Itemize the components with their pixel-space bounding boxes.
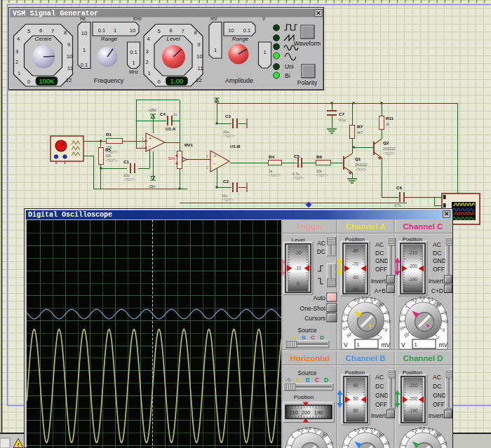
svg-text:V: V [401,341,405,348]
svg-text:<TEXT>: <TEXT> [383,152,395,156]
svg-text:D: D [320,334,324,341]
svg-text:MHz: MHz [129,69,138,74]
svg-text:Auto: Auto [314,294,326,301]
svg-text:Position: Position [345,236,365,243]
svg-text:-190: -190 [409,408,418,413]
svg-text:2: 2 [206,166,208,170]
svg-text:60: 60 [353,408,358,413]
svg-text:Position: Position [294,394,314,400]
svg-text:-15V: -15V [148,184,156,189]
svg-text:50: 50 [353,396,358,401]
svg-text:2k: 2k [386,122,390,126]
svg-text:0.5: 0.5 [354,428,361,433]
svg-text:Level: Level [166,36,180,42]
svg-text:10: 10 [81,30,87,36]
svg-text:10k: 10k [316,169,323,173]
svg-text:Trigger: Trigger [296,222,324,231]
svg-text:Invert: Invert [429,278,444,285]
svg-text:4.7u: 4.7u [292,172,300,176]
svg-text:1: 1 [18,70,20,76]
svg-text:Amplitude: Amplitude [225,77,253,84]
svg-text:B: B [302,334,306,341]
svg-text:Source: Source [298,369,317,376]
svg-text:4.7u: 4.7u [394,203,401,208]
svg-text:4: 4 [17,36,20,42]
svg-text:OFF: OFF [433,401,445,408]
svg-text:0.2: 0.2 [362,296,368,300]
svg-text:10: 10 [67,53,72,60]
svg-text:-80: -80 [352,248,359,253]
svg-text:<TEXT>: <TEXT> [269,174,281,177]
svg-text:R6: R6 [316,154,322,159]
svg-text:GND: GND [375,257,389,264]
svg-text:D: D [324,376,328,383]
svg-text:-50: -50 [352,287,359,292]
svg-text:210: 210 [289,409,298,416]
svg-text:100K: 100K [39,77,55,85]
svg-text:Position: Position [403,236,422,243]
svg-text:0.5: 0.5 [354,297,361,302]
svg-text:10: 10 [196,53,202,60]
svg-text:C7: C7 [339,111,344,116]
svg-text:Uni: Uni [285,63,294,70]
svg-text:3: 3 [15,48,18,55]
svg-text:1: 1 [357,341,360,348]
svg-text:+15V: +15V [148,108,156,112]
svg-text:GND: GND [375,392,389,399]
svg-text:4: 4 [147,36,149,42]
svg-text:KHz: KHz [133,16,142,21]
svg-text:1u: 1u [173,112,177,116]
svg-text:1: 1 [114,27,116,34]
svg-text:2N2222: 2N2222 [383,147,396,151]
svg-text:AC: AC [375,241,384,248]
svg-text:Invert: Invert [371,278,386,285]
svg-text:C+D: C+D [431,287,443,294]
svg-text:-200: -200 [408,264,417,269]
svg-text:Q1: Q1 [355,156,361,161]
svg-text:Channel D: Channel D [403,354,443,362]
svg-text:DC: DC [375,383,384,390]
svg-text:R4: R4 [269,154,274,159]
svg-text:9: 9 [197,41,200,48]
svg-text:0: 0 [27,79,30,85]
svg-text:1.00: 1.00 [170,77,184,85]
svg-text:10u: 10u [223,130,229,134]
svg-text:-10: -10 [295,266,302,271]
svg-text:0.1: 0.1 [428,427,434,432]
svg-text:-210: -210 [409,383,418,388]
svg-text:2N2222: 2N2222 [355,163,368,167]
svg-text:Channel B: Channel B [346,354,386,362]
svg-text:<TEXT>: <TEXT> [105,159,117,163]
svg-text:DC: DC [433,383,441,390]
svg-text:2: 2 [145,59,148,65]
svg-text:C4: C4 [160,111,166,116]
svg-text:<TEXT>: <TEXT> [316,174,328,177]
svg-text:12: 12 [66,77,72,83]
svg-text:U1:A: U1:A [166,126,176,131]
svg-text:40: 40 [353,383,358,388]
svg-text:Range: Range [232,36,249,42]
svg-text:8: 8 [64,29,67,36]
svg-text:5: 5 [27,28,30,34]
svg-text:0.1: 0.1 [370,427,377,432]
svg-text:OFF: OFF [433,266,445,273]
svg-text:-70: -70 [352,262,359,266]
svg-text:-190: -190 [408,277,417,282]
svg-text:One-Shot: One-Shot [300,305,326,312]
svg-text:Polarity: Polarity [297,79,318,86]
svg-text:<TEXT>: <TEXT> [222,198,234,202]
svg-text:-210: -210 [408,250,417,255]
svg-text:6: 6 [169,27,172,34]
svg-text:Position: Position [403,369,422,376]
svg-text:mV: mV [382,341,391,348]
svg-text:RV1: RV1 [184,142,193,147]
svg-text:R5: R5 [105,147,111,152]
svg-text:Invert: Invert [429,412,444,419]
svg-text:<TEXT>: <TEXT> [223,135,235,138]
svg-text:Horizontal: Horizontal [290,354,329,362]
svg-text:50: 50 [323,432,328,437]
svg-text:Q2: Q2 [383,140,389,145]
svg-text:V: V [344,341,348,348]
svg-text:0.2: 0.2 [362,426,368,430]
svg-text:-: - [213,160,215,167]
